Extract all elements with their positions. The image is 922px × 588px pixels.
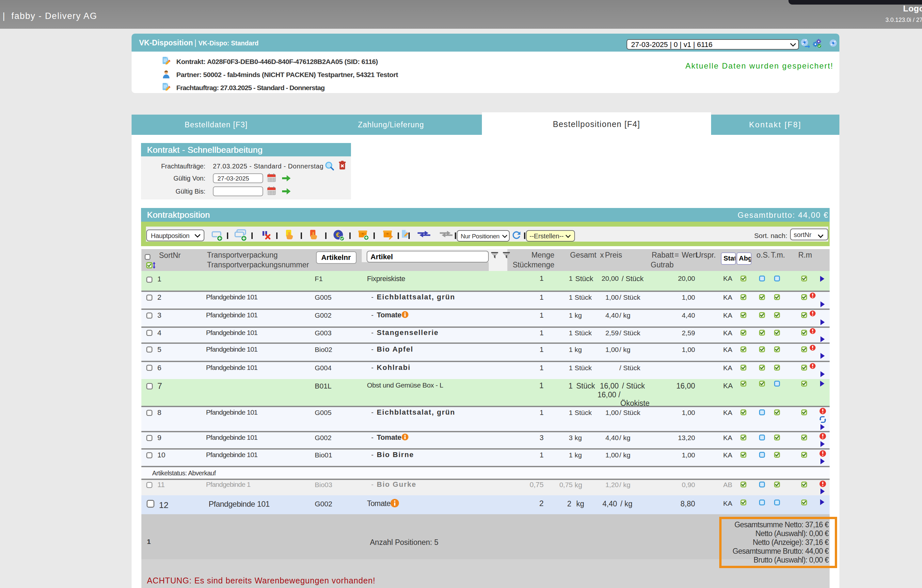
svg-text:€: € xyxy=(336,231,340,238)
